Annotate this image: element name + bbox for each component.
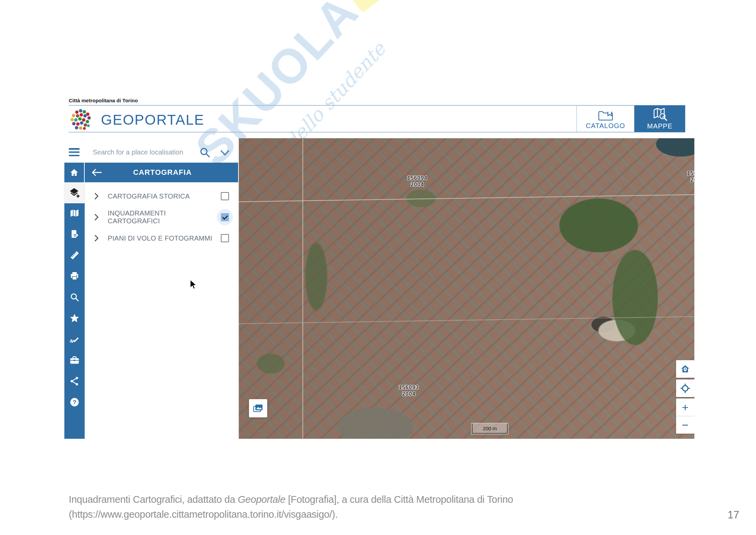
sidebar-item-share[interactable] [69,376,80,386]
layer-row: PIANI DI VOLO E FOTOGRAMMI [85,228,238,249]
sidebar-item-help[interactable]: ? [69,397,80,407]
home-extent-icon [680,364,690,374]
sheet-label: 1560952004 [681,170,694,183]
expand-chevron-icon[interactable] [93,192,100,200]
catalog-folder-icon [598,109,613,121]
panel-title: CARTOGRAFIA [102,168,223,177]
mappe-map-icon [652,107,668,122]
basemap-switcher-button[interactable] [249,399,267,417]
sidebar-item-tools[interactable] [69,355,80,365]
mappe-label: MAPPE [647,122,672,130]
sidebar-item-map[interactable] [69,208,80,218]
expand-chevron-icon[interactable] [93,213,100,221]
menu-icon[interactable] [69,148,80,156]
graticule-horizontal-2 [239,316,694,324]
sidebar-item-print[interactable] [69,271,80,281]
svg-text:?: ? [73,399,77,406]
chevron-down-icon[interactable] [219,149,230,157]
layer-row: INQUADRAMENTI CARTOGRAFICI [85,207,238,228]
sidebar-item-draw[interactable] [69,334,80,344]
geolocate-button[interactable] [676,379,694,397]
ruler-icon [69,250,80,260]
page: SKUOLA.net amico dello studente Città me… [0,0,756,535]
org-name: Città metropolitana di Torino [69,98,138,103]
geoportale-logo [69,107,94,132]
add-layers-icon [69,187,80,198]
sidebar-item-favorites[interactable] [69,313,80,323]
expand-chevron-icon[interactable] [93,234,100,242]
layer-label: PIANI DI VOLO E FOTOGRAMMI [108,234,217,242]
locate-icon [680,383,691,394]
sheet-label: 1560932004 [393,384,425,397]
sheet-label: 1560942004 [401,175,434,188]
layer-checkbox[interactable] [217,188,233,204]
basemap-photos-icon [253,403,264,413]
layer-label: CARTOGRAFIA STORICA [108,192,217,200]
catalogo-label: CATALOGO [586,122,625,130]
signature-icon [69,335,80,344]
layer-checkbox[interactable] [217,230,233,246]
graticule-vertical [302,138,303,439]
layer-row: CARTOGRAFIA STORICA [85,186,238,207]
watermark-net-badge: .net [330,0,426,13]
search-tool-icon [70,292,79,302]
share-icon [70,376,79,386]
default-extent-button[interactable] [676,360,694,378]
search-icon[interactable] [199,147,211,158]
catalogo-button[interactable]: CATALOGO [576,105,634,132]
map-canvas[interactable]: 1560942004 1560932004 1560952004 [239,138,694,439]
map-icon [70,209,79,218]
help-icon: ? [70,397,79,407]
sidebar-item-export[interactable] [69,229,80,239]
mouse-cursor [190,280,197,290]
scale-bar: 200 m [472,424,508,434]
mappe-button[interactable]: MAPPE [634,105,685,132]
sidebar-toolbar: ? [64,203,85,439]
app-title: GEOPORTALE [101,112,205,128]
sidebar-item-measure[interactable] [69,250,80,260]
figure-caption: Inquadramenti Cartografici, adattato da … [69,492,513,522]
file-export-icon [70,229,79,239]
toolbox-icon [69,355,80,365]
zoom-out-button[interactable]: − [676,416,694,434]
back-arrow-icon[interactable] [91,168,102,177]
layer-checkbox[interactable] [217,209,233,225]
layer-label: INQUADRAMENTI CARTOGRAFICI [108,209,217,225]
sidebar-item-home[interactable] [64,163,84,182]
sidebar-item-search[interactable] [69,292,80,302]
layer-list: CARTOGRAFIA STORICA INQUADRAMENTI CARTOG… [85,182,238,439]
sidebar-item-add-layers[interactable] [64,182,85,203]
search-row [64,144,239,161]
zoom-in-button[interactable]: + [676,398,694,416]
home-icon [69,168,79,177]
panel-header: CARTOGRAFIA [85,163,238,182]
printer-icon [70,271,79,281]
graticule-horizontal-1 [239,194,694,202]
page-number: 17 [728,509,739,521]
star-icon [69,313,80,323]
